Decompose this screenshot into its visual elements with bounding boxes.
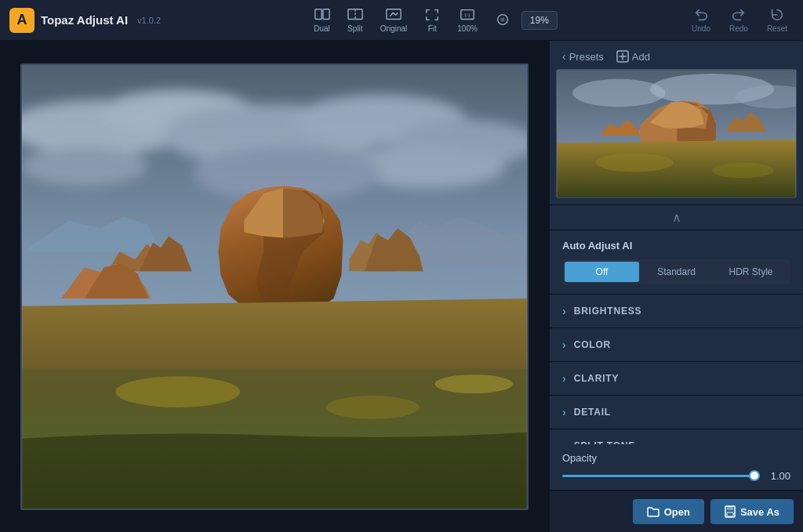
svg-point-15 [22,147,147,186]
clarity-section: › CLARITY [550,362,803,396]
add-preset-button[interactable]: Add [616,50,650,63]
ai-standard-button[interactable]: Standard [639,262,714,282]
ai-off-button[interactable]: Off [565,262,639,282]
presets-label: Presets [569,51,604,63]
svg-rect-0 [314,9,321,20]
detail-label: DETAIL [574,407,611,418]
dual-label: Dual [314,24,330,33]
circle-tool-button[interactable] [489,9,517,32]
app-header: A Topaz Adjust AI v1.0.2 Dual Split [0,0,803,41]
svg-point-30 [712,163,774,179]
split-tone-header[interactable]: › SPLIT TONE [550,429,803,444]
zoom-100-label: 100% [457,24,478,33]
ai-mode-selector: Off Standard HDR Style [562,259,790,284]
clarity-label: CLARITY [574,373,620,384]
brightness-expand-icon: › [562,305,566,317]
open-label: Open [664,506,690,518]
auto-adjust-title: Auto Adjust AI [562,240,790,252]
thumb-svg [557,70,796,197]
chevron-left-icon: ‹ [562,50,566,63]
folder-icon [647,506,659,517]
save-icon [725,505,736,518]
opacity-control: 1.00 [562,470,790,482]
image-panel [0,41,549,532]
dual-button[interactable]: Dual [307,4,336,36]
collapse-row: ∧ [550,205,803,230]
adjustments-list: › BRIGHTNESS › COLOR › CLARITY › [550,295,803,444]
original-label: Original [380,24,407,33]
save-as-label: Save As [740,506,779,518]
brightness-header[interactable]: › BRIGHTNESS [550,295,803,328]
color-label: COLOR [574,339,611,350]
split-tone-section: › SPLIT TONE [550,429,803,444]
reset-label: Reset [767,24,787,33]
preset-area: ‹ Presets Add [550,41,803,205]
footer-buttons: Open Save As [550,490,803,532]
undo-label: Undo [692,24,710,33]
logo-area: A Topaz Adjust AI v1.0.2 [9,8,161,33]
app-name: Topaz Adjust AI [41,13,128,27]
color-header[interactable]: › COLOR [550,328,803,361]
detail-header[interactable]: › DETAIL [550,396,803,429]
split-label: Split [347,24,362,33]
redo-label: Redo [729,24,748,33]
preset-nav: ‹ Presets Add [556,47,797,69]
right-panel: ‹ Presets Add [549,41,803,532]
opacity-slider[interactable] [562,475,754,477]
redo-button[interactable]: Redo [723,4,754,36]
clarity-expand-icon: › [562,372,566,385]
chevron-up-icon: ∧ [672,211,681,224]
svg-point-29 [596,154,674,172]
svg-rect-32 [727,506,733,510]
save-as-button[interactable]: Save As [710,499,794,524]
svg-rect-1 [322,9,329,20]
brightness-label: BRIGHTNESS [574,306,642,317]
scene-svg [22,65,527,508]
add-label: Add [632,51,650,63]
opacity-label: Opacity [562,452,790,464]
auto-adjust-section: Auto Adjust AI Off Standard HDR Style [550,230,803,295]
color-expand-icon: › [562,338,566,351]
fit-button[interactable]: Fit [418,4,446,36]
svg-point-20 [326,396,420,419]
original-button[interactable]: Original [374,4,413,36]
svg-rect-33 [727,512,733,516]
collapse-button[interactable]: ∧ [663,208,691,226]
image-container [20,63,529,510]
zoom-display: 19% [521,11,558,30]
reset-button[interactable]: Reset [761,4,794,36]
svg-point-8 [500,17,504,21]
toolbar-right: Undo Redo Reset [685,4,794,36]
svg-point-19 [115,376,240,407]
add-icon [616,50,629,63]
presets-button[interactable]: ‹ Presets [562,50,604,63]
open-button[interactable]: Open [633,499,704,524]
svg-point-26 [572,79,666,107]
app-version: v1.0.2 [137,16,161,25]
split-button[interactable]: Split [341,4,369,36]
detail-section: › DETAIL [550,396,803,429]
main-image [20,63,529,510]
svg-point-21 [435,375,513,393]
opacity-section: Opacity 1.00 [550,444,803,490]
color-section: › COLOR [550,328,803,362]
preset-thumbnail [556,69,797,198]
svg-text:1:1: 1:1 [464,13,471,17]
fit-label: Fit [428,24,437,33]
undo-button[interactable]: Undo [685,4,717,36]
clarity-header[interactable]: › CLARITY [550,362,803,395]
ai-hdr-button[interactable]: HDR Style [714,262,788,282]
opacity-thumb [749,470,760,481]
opacity-slider-fill [562,475,754,477]
detail-expand-icon: › [562,406,566,418]
opacity-value: 1.00 [762,470,790,482]
brightness-section: › BRIGHTNESS [550,295,803,328]
zoom-100-button[interactable]: 1:1 100% [451,4,484,36]
toolbar-center: Dual Split Original Fit [180,4,685,36]
main-content: ‹ Presets Add [0,41,803,532]
svg-rect-4 [387,9,401,20]
app-logo-icon: A [9,8,35,33]
